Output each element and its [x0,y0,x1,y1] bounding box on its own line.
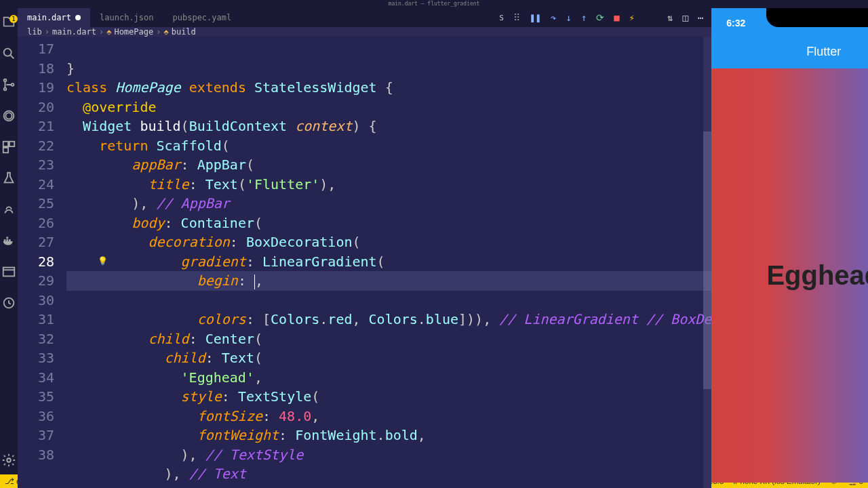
debug-config-label[interactable]: S [499,14,504,22]
explorer-icon[interactable]: 1 [0,14,18,31]
more-icon[interactable]: ⋯ [698,12,703,23]
svg-rect-10 [6,239,8,241]
line-number-gutter: 17 18 19 20 21 22 23 24 25 26 27 28 29 3… [18,37,66,488]
svg-point-1 [4,79,7,82]
app-body: Egghead [711,68,868,483]
breadcrumb-method[interactable]: build [172,27,196,37]
settings-gear-icon[interactable] [0,451,18,469]
live-share-icon[interactable] [0,201,18,218]
breadcrumb-file[interactable]: main.dart [52,27,96,37]
lightbulb-icon[interactable]: 💡 [98,256,108,266]
debug-toolbar: S ⠿ ❚❚ ↷ ↓ ↑ ⟳ ■ ⚡ ⇅ ◫ ⋯ [499,12,711,23]
svg-rect-6 [3,142,8,146]
search-icon[interactable] [0,45,18,62]
tab-label: pubspec.yaml [173,13,232,22]
tab-main-dart[interactable]: main.dart [18,8,90,27]
diff-icon[interactable]: ⇅ [667,12,673,23]
simulator-panel: iPhone Xr — 12.2 6:32 ▮▮▮ ✶ ▭ DEBUG Flut… [711,8,868,474]
code-editor[interactable]: 17 18 19 20 21 22 23 24 25 26 27 28 29 3… [18,37,711,488]
iphone-notch [766,8,868,27]
appbar-title: Flutter [711,45,868,59]
chevron-right-icon: › [99,27,104,37]
breadcrumb-folder[interactable]: lib [27,27,42,37]
tab-launch-json[interactable]: launch.json [90,8,163,27]
svg-rect-11 [9,239,11,241]
split-editor-icon[interactable]: ◫ [682,12,688,23]
hot-reload-icon[interactable]: ⚡ [629,12,635,23]
chevron-right-icon: › [156,27,161,37]
iphone-simulator[interactable]: 6:32 ▮▮▮ ✶ ▭ DEBUG Flutter Egghead [711,8,868,483]
svg-point-2 [4,88,7,91]
explorer-badge: 1 [9,15,18,23]
code-content[interactable]: } class HomePage extends StatelessWidget… [66,37,711,488]
window-title: main.dart — flutter_gradient [0,0,868,8]
step-over-icon[interactable]: ↷ [551,12,556,23]
svg-point-15 [7,458,11,462]
svg-rect-13 [3,268,15,277]
svg-point-0 [4,49,12,56]
breadcrumbs[interactable]: lib › main.dart › ⬘ HomePage › ⬘ build [18,27,711,37]
extensions-icon[interactable] [0,138,18,156]
breadcrumb-class[interactable]: HomePage [114,27,153,37]
step-out-icon[interactable]: ↑ [581,12,587,23]
svg-rect-9 [4,239,6,241]
tab-label: main.dart [27,13,71,22]
class-icon: ⬘ [106,27,111,37]
svg-rect-8 [3,148,8,152]
drag-handle-icon[interactable]: ⠿ [513,12,520,23]
body-text: Egghead [766,260,868,291]
step-into-icon[interactable]: ↓ [566,12,571,23]
svg-point-3 [12,83,14,86]
status-time: 6:32 [726,18,745,28]
restart-icon[interactable]: ⟳ [596,12,604,23]
docker-icon[interactable] [0,232,18,249]
flask-icon[interactable] [0,169,18,187]
branch-icon: ⎇ [5,476,14,486]
debug-icon[interactable] [0,107,18,125]
chevron-right-icon: › [45,27,50,37]
activity-bar: 1 [0,8,18,474]
pause-icon[interactable]: ❚❚ [530,12,541,23]
history-icon[interactable] [0,294,18,312]
tab-label: launch.json [100,13,153,22]
output-icon[interactable] [0,263,18,281]
tabs-row: main.dart launch.json pubspec.yaml S ⠿ ❚… [18,8,711,27]
svg-rect-7 [9,142,14,146]
unsaved-indicator-icon [75,15,81,20]
stop-icon[interactable]: ■ [614,12,619,23]
source-control-icon[interactable] [0,76,18,94]
svg-rect-12 [6,237,8,239]
tab-pubspec-yaml[interactable]: pubspec.yaml [163,8,241,27]
minimap-scrollbar[interactable] [703,37,711,488]
method-icon: ⬘ [163,27,168,37]
